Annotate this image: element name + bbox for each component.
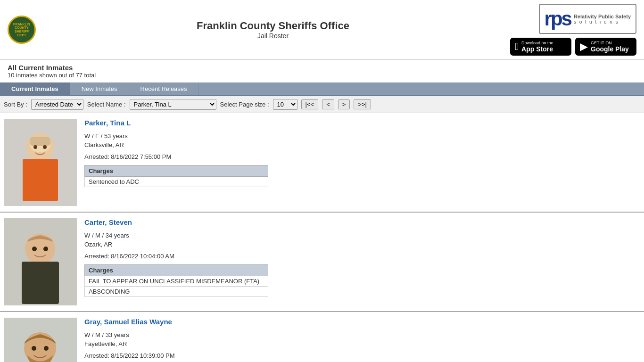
- table-row: Carter, Steven W / M / 34 years Ozark, A…: [0, 213, 644, 312]
- app-store-button[interactable]:  Download on the App Store: [510, 38, 571, 56]
- info-section: All Current Inmates 10 inmates shown out…: [0, 60, 644, 82]
- google-play-button[interactable]: ▶ GET IT ON Google Play: [575, 38, 636, 56]
- name-label: Select Name :: [87, 101, 126, 108]
- charges-table-1: Charges Sentenced to ADC: [84, 165, 268, 187]
- inmate-name-2[interactable]: Carter, Steven: [84, 218, 640, 226]
- svg-point-11: [43, 247, 48, 251]
- tab-recent-releases[interactable]: Recent Releases: [129, 82, 199, 95]
- rps-tagline-area: Relativity Public Safety s o l u t i o n…: [574, 14, 631, 25]
- page-size-select[interactable]: 10 25 50 100: [273, 99, 297, 110]
- name-select[interactable]: Parker, Tina L Carter, Steven Gray, Samu…: [130, 99, 216, 110]
- google-btn-text: GET IT ON Google Play: [591, 41, 629, 53]
- svg-rect-9: [22, 262, 59, 304]
- page-size-label: Select Page size :: [220, 101, 269, 108]
- charge-2-2: ABSCONDING: [85, 287, 268, 297]
- inmate-photo-1: [4, 119, 77, 206]
- site-title: Franklin County Sheriffs Office: [36, 20, 510, 32]
- tab-new-inmates[interactable]: New Inmates: [70, 82, 129, 95]
- nav-tabs: Current Inmates New Inmates Recent Relea…: [0, 82, 644, 96]
- nav-last-button[interactable]: >>|: [354, 99, 371, 109]
- app-buttons-container:  Download on the App Store ▶ GET IT ON …: [510, 38, 636, 56]
- apple-btn-text: Download on the App Store: [521, 41, 553, 53]
- charges-header-2: Charges: [85, 265, 268, 276]
- svg-point-6: [43, 145, 47, 149]
- nav-first-button[interactable]: |<<: [301, 99, 319, 109]
- charge-1-1: Sentenced to ADC: [85, 177, 268, 187]
- charges-header-1: Charges: [85, 165, 268, 177]
- charges-table-2: Charges FAIL TO APPEAR ON UNCLASSIFIED M…: [84, 264, 268, 297]
- rps-tagline-text: Relativity Public Safety: [574, 14, 631, 19]
- inmate-demo-2: W / M / 34 years: [84, 232, 640, 239]
- nav-next-button[interactable]: >: [338, 99, 350, 109]
- google-icon: ▶: [580, 41, 588, 53]
- mugshot-3-svg: [4, 318, 77, 362]
- header-right: rps Relativity Public Safety s o l u t i…: [510, 4, 636, 56]
- inmate-info-3: Gray, Samuel Elias Wayne W / M / 33 year…: [84, 318, 640, 362]
- inmate-arrested-3: Arrested: 8/15/2022 10:39:00 PM: [84, 352, 640, 359]
- apple-icon: : [515, 41, 519, 53]
- inmate-photo-3: [4, 318, 77, 362]
- svg-rect-2: [23, 159, 58, 201]
- inmate-name-3[interactable]: Gray, Samuel Elias Wayne: [84, 318, 640, 326]
- inmate-city-2: Ozark, AR: [84, 241, 640, 248]
- inmate-photo-2: [4, 218, 77, 305]
- inmate-demo-3: W / M / 33 years: [84, 331, 640, 338]
- svg-point-16: [44, 346, 49, 351]
- inmate-arrested-2: Arrested: 8/16/2022 10:04:00 AM: [84, 253, 640, 260]
- inmate-list: Parker, Tina L W / F / 53 years Clarksvi…: [0, 113, 644, 362]
- sort-label: Sort By :: [4, 101, 27, 108]
- inmate-demo-1: W / F / 53 years: [84, 132, 640, 140]
- page-header: FRANKLINCOUNTYSHERIFFDEPT Franklin Count…: [0, 0, 644, 60]
- inmate-info-2: Carter, Steven W / M / 34 years Ozark, A…: [84, 218, 640, 305]
- badge-label: FRANKLINCOUNTYSHERIFFDEPT: [13, 23, 30, 37]
- tab-current-inmates[interactable]: Current Inmates: [0, 82, 70, 95]
- svg-rect-4: [30, 137, 50, 146]
- info-left: All Current Inmates 10 inmates shown out…: [8, 64, 96, 79]
- inmates-count: 10 inmates shown out of 77 total: [8, 72, 96, 79]
- table-row: Parker, Tina L W / F / 53 years Clarksvi…: [0, 113, 644, 213]
- sheriff-badge: FRANKLINCOUNTYSHERIFFDEPT: [8, 16, 36, 44]
- rps-letters: rps: [545, 8, 571, 30]
- rps-logo: rps Relativity Public Safety s o l u t i…: [539, 4, 636, 34]
- inmates-title: All Current Inmates: [8, 64, 96, 72]
- svg-point-15: [32, 346, 36, 351]
- sort-select[interactable]: Arrested Date Name Booking #: [31, 99, 83, 110]
- inmate-city-3: Fayetteville, AR: [84, 340, 640, 347]
- rps-tagline-sub: s o l u t i o n s: [574, 19, 631, 25]
- site-subtitle: Jail Roster: [36, 32, 510, 40]
- header-center: Franklin County Sheriffs Office Jail Ros…: [36, 20, 510, 40]
- svg-point-5: [33, 145, 37, 149]
- controls-bar: Sort By : Arrested Date Name Booking # S…: [0, 96, 644, 113]
- svg-point-10: [32, 247, 37, 251]
- table-row: Gray, Samuel Elias Wayne W / M / 33 year…: [0, 312, 644, 362]
- charge-2-1: FAIL TO APPEAR ON UNCLASSIFIED MISDEMEAN…: [85, 276, 268, 287]
- inmate-city-1: Clarksville, AR: [84, 141, 640, 148]
- nav-prev-button[interactable]: <: [322, 99, 334, 109]
- mugshot-2-svg: [4, 218, 77, 305]
- inmate-info-1: Parker, Tina L W / F / 53 years Clarksvi…: [84, 119, 640, 206]
- inmate-name-1[interactable]: Parker, Tina L: [84, 119, 640, 127]
- mugshot-1-svg: [4, 119, 77, 206]
- inmate-arrested-1: Arrested: 8/16/2022 7:55:00 PM: [84, 153, 640, 160]
